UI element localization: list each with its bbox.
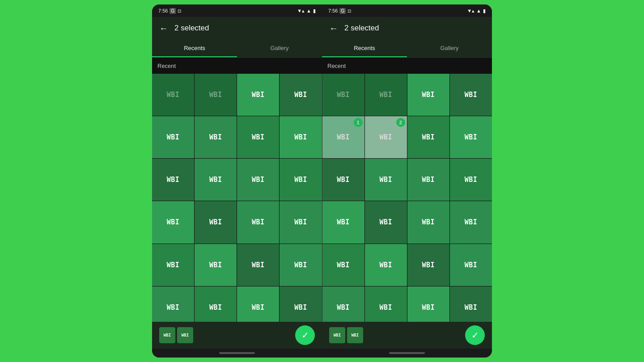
grid-cell[interactable]: WBI <box>280 74 322 116</box>
grid-cell[interactable]: WBI <box>195 201 237 243</box>
grid-cell[interactable]: WBI <box>322 286 364 322</box>
grid-panel-left: WBIWBIWBIWBIWBIWBIWBIWBIWBIWBIWBIWBIWBIW… <box>152 74 322 322</box>
wbi-label: WBI <box>252 303 265 311</box>
nav-indicator-left <box>219 352 255 354</box>
thumb-left-2[interactable]: WBI <box>177 327 193 343</box>
grid-cell[interactable]: WBI <box>365 159 407 201</box>
wifi-icon-left: ▲ <box>306 8 311 13</box>
tab-recents-left[interactable]: Recents <box>152 39 237 57</box>
wbi-label: WBI <box>294 176 307 184</box>
grid-cell[interactable]: WBI <box>450 74 492 116</box>
wbi-label: WBI <box>209 261 222 269</box>
grid-cell[interactable]: WBI <box>365 286 407 322</box>
wbi-label: WBI <box>337 91 350 99</box>
wbi-label: WBI <box>379 218 392 226</box>
wbi-label: WBI <box>294 91 307 99</box>
phone-container: 7:56 G ⊡ ▼▴ ▲ ▮ 7:56 G ⊡ ▼▴ ▲ ▮ <box>152 4 492 358</box>
thumb-right-1[interactable]: WBI <box>329 327 345 343</box>
grid-cell[interactable]: WBI <box>237 201 279 243</box>
notif-icon-left: ⊡ <box>178 8 181 13</box>
grid-cell[interactable]: WBI <box>322 159 364 201</box>
grid-cell[interactable]: WBI <box>365 201 407 243</box>
wbi-label: WBI <box>422 91 435 99</box>
wbi-label: WBI <box>209 133 222 141</box>
grid-cell[interactable]: WBI <box>450 244 492 286</box>
tab-group-left: Recents Gallery <box>152 39 322 58</box>
grid-cell[interactable]: WBI <box>280 159 322 201</box>
nav-bar-left <box>152 349 322 358</box>
grid-cell[interactable]: WBI <box>365 74 407 116</box>
grid-cell[interactable]: WBI <box>450 286 492 322</box>
wbi-label: WBI <box>422 303 435 311</box>
app-header-right: ← 2 selected <box>322 17 492 39</box>
grid-cell[interactable]: WBI <box>195 244 237 286</box>
grid-cell[interactable]: WBI2 <box>365 116 407 158</box>
tab-gallery-left[interactable]: Gallery <box>237 39 322 57</box>
grid-cell[interactable]: WBI <box>322 244 364 286</box>
grid-cell[interactable]: WBI <box>407 286 449 322</box>
wbi-label: WBI <box>209 176 222 184</box>
grid-cell[interactable]: WBI <box>237 244 279 286</box>
wbi-label: WBI <box>252 91 265 99</box>
grid-cell[interactable]: WBI <box>450 116 492 158</box>
grid-cell[interactable]: WBI <box>152 116 194 158</box>
wbi-label: WBI <box>379 261 392 269</box>
wbi-label: WBI <box>167 133 180 141</box>
grid-cell[interactable]: WBI <box>237 159 279 201</box>
grid-cell[interactable]: WBI <box>280 201 322 243</box>
grid-cell[interactable]: WBI <box>195 286 237 322</box>
grid-cell[interactable]: WBI <box>407 244 449 286</box>
grid-cell[interactable]: WBI <box>237 74 279 116</box>
grid-cell[interactable]: WBI <box>237 286 279 322</box>
bottom-bar-right: WBI WBI ✓ <box>322 322 492 349</box>
time-left: 7:56 G ⊡ <box>158 8 181 14</box>
grid-cell[interactable]: WBI <box>365 244 407 286</box>
grid-cell[interactable]: WBI <box>322 74 364 116</box>
wbi-label: WBI <box>209 91 222 99</box>
wbi-label: WBI <box>294 261 307 269</box>
grid-cell[interactable]: WBI <box>450 159 492 201</box>
grid-cell[interactable]: WBI <box>280 244 322 286</box>
confirm-button-left[interactable]: ✓ <box>295 325 315 345</box>
status-bars: 7:56 G ⊡ ▼▴ ▲ ▮ 7:56 G ⊡ ▼▴ ▲ ▮ <box>152 4 492 17</box>
selection-badge-1: 1 <box>354 118 363 127</box>
grid-cell[interactable]: WBI <box>152 286 194 322</box>
wbi-label: WBI <box>209 218 222 226</box>
nav-bars <box>152 349 492 358</box>
thumb-left-1[interactable]: WBI <box>159 327 175 343</box>
wbi-label: WBI <box>465 303 478 311</box>
tab-gallery-right[interactable]: Gallery <box>407 39 492 57</box>
grid-cell[interactable]: WBI1 <box>322 116 364 158</box>
grid-cell[interactable]: WBI <box>195 116 237 158</box>
status-bar-right: 7:56 G ⊡ ▼▴ ▲ ▮ <box>322 4 492 17</box>
back-button-left[interactable]: ← <box>159 23 168 34</box>
grid-cell[interactable]: WBI <box>152 244 194 286</box>
grid-cell[interactable]: WBI <box>237 116 279 158</box>
confirm-button-right[interactable]: ✓ <box>465 325 485 345</box>
grid-cell[interactable]: WBI <box>152 201 194 243</box>
wbi-label: WBI <box>422 261 435 269</box>
wbi-label: WBI <box>209 303 222 311</box>
grid-cell[interactable]: WBI <box>152 74 194 116</box>
grid-cell[interactable]: WBI <box>407 159 449 201</box>
wbi-label: WBI <box>252 133 265 141</box>
grid-cell[interactable]: WBI <box>450 201 492 243</box>
wbi-label: WBI <box>337 303 350 311</box>
grid-cell[interactable]: WBI <box>280 116 322 158</box>
grid-cell[interactable]: WBI <box>407 116 449 158</box>
grid-cell[interactable]: WBI <box>195 159 237 201</box>
grid-cell[interactable]: WBI <box>407 74 449 116</box>
wbi-label: WBI <box>167 91 180 99</box>
header-title-left: 2 selected <box>174 24 209 33</box>
back-button-right[interactable]: ← <box>329 23 338 34</box>
grid-cell[interactable]: WBI <box>195 74 237 116</box>
grid-cell[interactable]: WBI <box>152 159 194 201</box>
wifi-icon-right: ▲ <box>476 8 481 13</box>
grid-cell[interactable]: WBI <box>322 201 364 243</box>
grid-cell[interactable]: WBI <box>407 201 449 243</box>
grid-cell[interactable]: WBI <box>280 286 322 322</box>
wbi-label: WBI <box>465 176 478 184</box>
thumb-right-2[interactable]: WBI <box>347 327 363 343</box>
header-title-right: 2 selected <box>344 24 379 33</box>
tab-recents-right[interactable]: Recents <box>322 39 407 57</box>
